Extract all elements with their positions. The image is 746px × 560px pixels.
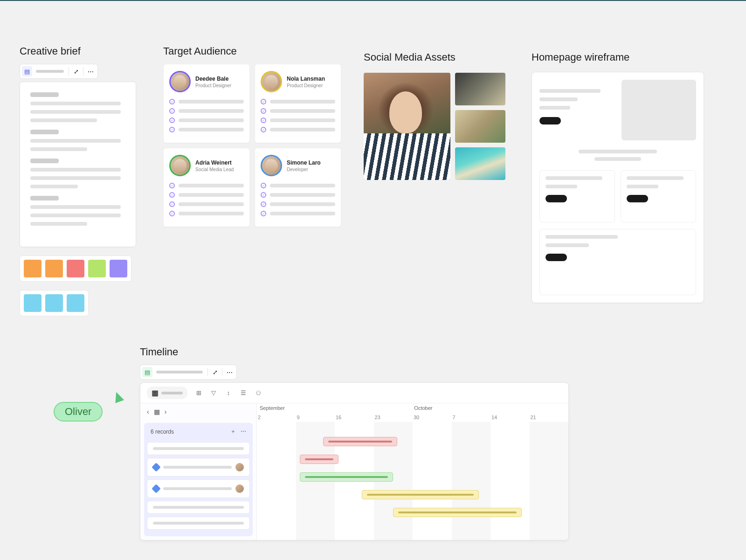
check-icon: ✓ bbox=[169, 183, 175, 188]
asset-image-thumb[interactable] bbox=[455, 73, 505, 105]
persona-card[interactable]: Deedee Bale Product Designer ✓ ✓ ✓ ✓ bbox=[163, 64, 250, 143]
persona-card[interactable]: Nola Lansman Product Designer ✓ ✓ ✓ ✓ bbox=[255, 64, 341, 143]
placeholder-line bbox=[546, 185, 577, 188]
calendar-icon[interactable]: ▦ bbox=[154, 408, 160, 415]
gantt-bar[interactable] bbox=[362, 490, 479, 499]
creative-brief-document[interactable] bbox=[20, 82, 136, 247]
timeline-widget[interactable]: ▦ ⊞ ▽ ↕ ☰ ⦵ ‹ ▦ › 6 records ＋⋯ bbox=[140, 382, 569, 540]
persona-card[interactable]: Simone Laro Developer ✓ ✓ ✓ ✓ bbox=[255, 148, 341, 227]
sticky-row-1 bbox=[20, 256, 131, 282]
placeholder-line bbox=[594, 157, 642, 161]
persona-role: Developer bbox=[287, 167, 321, 172]
asset-image-main[interactable] bbox=[364, 73, 450, 180]
check-icon: ✓ bbox=[169, 201, 175, 207]
homepage-wireframe-section: Homepage wireframe bbox=[532, 51, 704, 303]
sticky-note[interactable] bbox=[24, 260, 41, 277]
sticky-note[interactable] bbox=[24, 294, 41, 312]
social-media-section: Social Media Assets bbox=[364, 51, 505, 180]
filter-icon[interactable]: ▽ bbox=[210, 389, 217, 397]
day-label: 14 bbox=[490, 415, 530, 420]
group-icon[interactable]: ☰ bbox=[240, 389, 247, 397]
day-label: 30 bbox=[413, 415, 452, 420]
asset-image-thumb[interactable] bbox=[455, 110, 505, 143]
placeholder-line bbox=[539, 106, 570, 110]
persona-grid: Deedee Bale Product Designer ✓ ✓ ✓ ✓ bbox=[163, 64, 341, 227]
placeholder-line bbox=[546, 243, 589, 247]
persona-check-row: ✓ bbox=[261, 99, 335, 104]
placeholder-line bbox=[30, 176, 121, 180]
database-source-chip[interactable]: ▦ bbox=[147, 387, 187, 399]
placeholder-line bbox=[153, 447, 244, 450]
check-icon: ✓ bbox=[169, 108, 175, 114]
check-icon: ✓ bbox=[261, 201, 266, 207]
timeline-record-row[interactable] bbox=[147, 458, 250, 477]
sticky-note[interactable] bbox=[45, 260, 63, 277]
persona-check-row: ✓ bbox=[261, 127, 335, 132]
placeholder-line bbox=[30, 139, 121, 143]
wf-card bbox=[539, 229, 696, 295]
placeholder-line bbox=[179, 128, 244, 131]
placeholder-line bbox=[270, 202, 335, 206]
asset-image-thumb[interactable] bbox=[455, 147, 505, 180]
sticky-note[interactable] bbox=[67, 294, 84, 312]
check-icon: ✓ bbox=[261, 192, 266, 198]
gantt-bar[interactable] bbox=[323, 437, 397, 446]
widget-title-placeholder bbox=[156, 371, 203, 373]
gantt-bar[interactable] bbox=[300, 455, 339, 464]
placeholder-line bbox=[270, 184, 335, 187]
persona-name: Nola Lansman bbox=[287, 76, 325, 82]
timeline-days: 2916233071421 bbox=[257, 415, 568, 420]
collaborator-cursor: Oliver bbox=[54, 402, 103, 422]
more-icon[interactable]: ⋯ bbox=[85, 66, 96, 76]
persona-card[interactable]: Adria Weinert Social Media Lead ✓ ✓ ✓ ✓ bbox=[163, 148, 250, 227]
sticky-note[interactable] bbox=[67, 260, 84, 277]
timeline-toolbar: ▦ ⊞ ▽ ↕ ☰ ⦵ bbox=[140, 383, 568, 403]
persona-header: Adria Weinert Social Media Lead bbox=[169, 155, 244, 176]
divider bbox=[207, 368, 208, 376]
expand-icon[interactable]: ⤢ bbox=[71, 66, 81, 76]
homepage-wireframe-canvas[interactable] bbox=[532, 72, 704, 303]
persona-check-row: ✓ bbox=[169, 211, 244, 216]
placeholder-line bbox=[270, 118, 335, 122]
view-icon[interactable]: ⊞ bbox=[195, 389, 202, 397]
prev-icon[interactable]: ‹ bbox=[147, 408, 149, 415]
next-icon[interactable]: › bbox=[165, 408, 167, 415]
wf-cards-row bbox=[539, 170, 696, 222]
sticky-note[interactable] bbox=[45, 294, 63, 312]
wf-button-placeholder bbox=[546, 254, 567, 261]
persona-check-row: ✓ bbox=[169, 108, 244, 114]
hide-icon[interactable]: ⦵ bbox=[255, 389, 262, 397]
timeline-body: ‹ ▦ › 6 records ＋⋯ bbox=[140, 403, 568, 540]
more-icon[interactable]: ⋯ bbox=[241, 428, 246, 435]
document-icon[interactable]: ▤ bbox=[22, 66, 32, 76]
timeline-record-row[interactable] bbox=[147, 517, 250, 530]
sticky-note[interactable] bbox=[88, 260, 106, 277]
placeholder-line bbox=[30, 110, 121, 114]
avatar bbox=[261, 155, 282, 176]
add-record-icon[interactable]: ＋ bbox=[230, 428, 236, 435]
expand-icon[interactable]: ⤢ bbox=[210, 367, 220, 377]
persona-role: Social Media Lead bbox=[195, 167, 234, 172]
wf-card bbox=[621, 170, 696, 222]
timeline-icon[interactable]: ▤ bbox=[142, 367, 152, 377]
timeline-record-row[interactable] bbox=[147, 479, 250, 498]
sticky-note[interactable] bbox=[110, 260, 127, 277]
timeline-record-row[interactable] bbox=[147, 501, 250, 514]
pin-icon bbox=[152, 463, 161, 472]
avatar bbox=[235, 484, 244, 493]
timeline-group-header: 6 records ＋⋯ bbox=[144, 423, 253, 440]
placeholder-line bbox=[270, 100, 335, 104]
timeline-record-row[interactable] bbox=[147, 442, 250, 455]
divider bbox=[69, 67, 69, 76]
placeholder-line bbox=[179, 202, 244, 206]
gantt-bar[interactable] bbox=[300, 472, 393, 482]
sort-icon[interactable]: ↕ bbox=[225, 389, 232, 397]
timeline-title: Timeline bbox=[140, 346, 569, 358]
timeline-rows bbox=[144, 440, 253, 536]
wf-hero-image-placeholder bbox=[622, 80, 696, 140]
placeholder-line bbox=[539, 89, 601, 93]
more-icon[interactable]: ⋯ bbox=[224, 367, 235, 377]
gantt-bar[interactable] bbox=[393, 508, 522, 517]
placeholder-line bbox=[179, 118, 244, 122]
timeline-column bbox=[257, 422, 296, 540]
